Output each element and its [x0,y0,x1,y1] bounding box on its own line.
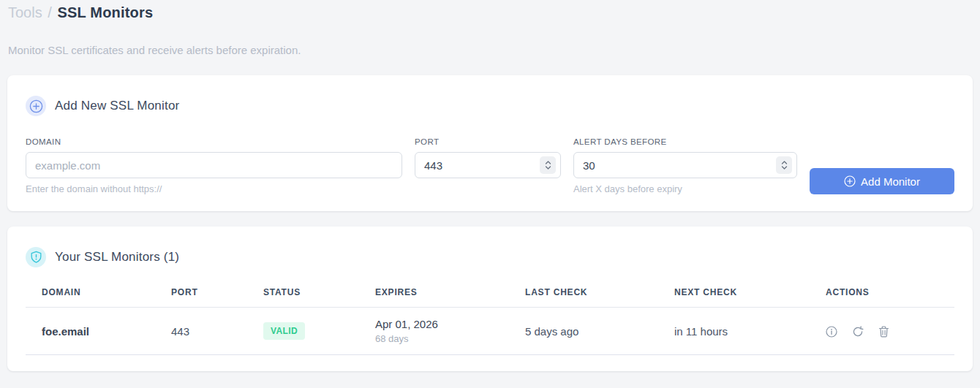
column-header-status: STATUS [247,280,359,308]
column-header-next-check: NEXT CHECK [658,280,810,308]
domain-field-group: DOMAIN Enter the domain without https:// [26,137,402,194]
alert-days-helper-text: Alert X days before expiry [573,183,797,194]
breadcrumb-separator: / [48,4,52,20]
column-header-domain: DOMAIN [26,280,155,308]
status-badge: VALID [263,322,305,340]
refresh-icon [852,326,864,338]
monitors-card-header: Your SSL Monitors (1) [26,247,954,267]
domain-label: DOMAIN [26,137,402,146]
add-monitor-card-header: Add New SSL Monitor [26,96,954,116]
ssl-monitors-page: Tools / SSL Monitors Monitor SSL certifi… [0,0,980,371]
table-header-row: DOMAIN PORT STATUS EXPIRES LAST CHECK NE… [26,280,954,308]
column-header-last-check: LAST CHECK [509,280,658,308]
next-check-time: in 11 hours [658,308,810,355]
add-monitor-button[interactable]: Add Monitor [810,168,954,194]
port-label: PORT [415,137,561,146]
alert-days-stepper[interactable] [776,156,792,174]
monitors-list-card: Your SSL Monitors (1) DOMAIN PORT STATUS… [7,227,973,371]
alert-days-label: ALERT DAYS BEFORE [573,137,797,146]
expires-days-remaining: 68 days [375,333,503,344]
alert-days-input[interactable] [573,152,797,178]
add-monitor-button-label: Add Monitor [861,175,920,188]
info-icon [826,326,837,338]
add-monitor-form: DOMAIN Enter the domain without https://… [26,137,954,194]
alert-days-field-group: ALERT DAYS BEFORE Alert X days before ex… [573,137,797,194]
domain-input[interactable] [26,152,402,178]
trash-icon [878,326,889,338]
refresh-button[interactable] [852,326,864,338]
plus-circle-icon [844,175,856,187]
plus-circle-icon [26,96,46,116]
monitor-domain: foe.email [26,308,155,355]
port-field-group: PORT [415,137,561,178]
delete-button[interactable] [878,326,889,338]
add-monitor-card-title: Add New SSL Monitor [55,99,179,113]
column-header-actions: ACTIONS [810,280,954,308]
expires-date: Apr 01, 2026 [375,318,503,330]
add-monitor-card: Add New SSL Monitor DOMAIN Enter the dom… [7,75,973,211]
port-stepper[interactable] [540,156,556,174]
page-title: SSL Monitors [57,4,153,20]
page-subtitle: Monitor SSL certificates and receive ale… [7,44,973,56]
monitors-table: DOMAIN PORT STATUS EXPIRES LAST CHECK NE… [26,280,954,355]
monitor-port: 443 [155,308,247,355]
breadcrumb: Tools / SSL Monitors [7,4,973,21]
last-check-time: 5 days ago [509,308,658,355]
column-header-expires: EXPIRES [359,280,509,308]
monitors-card-title: Your SSL Monitors (1) [55,250,179,265]
port-input[interactable] [415,152,561,178]
table-row: foe.email 443 VALID Apr 01, 2026 68 days… [26,308,954,355]
column-header-port: PORT [155,280,247,308]
breadcrumb-tools-link[interactable]: Tools [8,4,42,20]
info-button[interactable] [826,326,837,338]
domain-helper-text: Enter the domain without https:// [26,183,402,194]
shield-icon [26,247,46,267]
